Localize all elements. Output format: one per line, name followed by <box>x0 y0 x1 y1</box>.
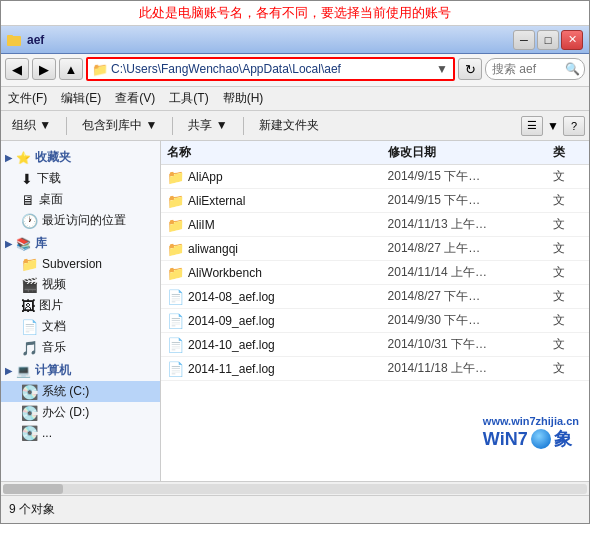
hscroll-thumb[interactable] <box>3 484 63 494</box>
file-row-log-08[interactable]: 📄 2014-08_aef.log 2014/8/27 下午… 文 <box>161 285 589 309</box>
nav-item-pictures[interactable]: 🖼 图片 <box>1 295 160 316</box>
view-toggle-button[interactable]: ☰ <box>521 116 543 136</box>
nav-item-subversion[interactable]: 📁 Subversion <box>1 254 160 274</box>
toolbar-right: ☰ ▼ ? <box>521 116 585 136</box>
nav-row: ◀ ▶ ▲ 📁 C:\Users\FangWenchao\AppData\Loc… <box>5 57 585 81</box>
computer-label: 计算机 <box>35 362 71 379</box>
menu-help[interactable]: 帮助(H) <box>220 89 267 108</box>
file-row-log-11[interactable]: 📄 2014-11_aef.log 2014/11/18 上午… 文 <box>161 357 589 381</box>
file-type-log-08: 文 <box>553 288 583 305</box>
search-icon[interactable]: 🔍 <box>565 62 580 76</box>
file-row-aliexternal[interactable]: 📁 AliExternal 2014/9/15 下午… 文 <box>161 189 589 213</box>
address-dropdown-icon[interactable]: ▼ <box>435 62 449 76</box>
file-row-aliworkbench[interactable]: 📁 AliWorkbench 2014/11/14 上午… 文 <box>161 261 589 285</box>
d-drive-icon: 💽 <box>21 405 38 421</box>
nav-item-desktop[interactable]: 🖥 桌面 <box>1 189 160 210</box>
share-button[interactable]: 共享 ▼ <box>181 114 234 137</box>
nav-item-d-drive[interactable]: 💽 办公 (D:) <box>1 402 160 423</box>
search-container: 🔍 <box>485 58 585 80</box>
organize-button[interactable]: 组织 ▼ <box>5 114 58 137</box>
nav-item-documents[interactable]: 📄 文档 <box>1 316 160 337</box>
file-name-log-09: 📄 2014-09_aef.log <box>167 313 388 329</box>
file-name-log-11: 📄 2014-11_aef.log <box>167 361 388 377</box>
col-header-date[interactable]: 修改日期 <box>388 144 553 161</box>
file-row-log-09[interactable]: 📄 2014-09_aef.log 2014/9/30 下午… 文 <box>161 309 589 333</box>
status-bar: 9 个对象 <box>1 495 589 523</box>
folder-icon-aliim: 📁 <box>167 217 184 233</box>
file-name-aliapp: 📁 AliApp <box>167 169 388 185</box>
close-button[interactable]: ✕ <box>561 30 583 50</box>
horizontal-scrollbar[interactable] <box>1 481 589 495</box>
address-bar[interactable]: 📁 C:\Users\FangWenchao\AppData\Local\aef… <box>86 57 455 81</box>
search-input[interactable] <box>492 62 562 76</box>
videos-label: 视频 <box>42 276 66 293</box>
nav-item-recent[interactable]: 🕐 最近访问的位置 <box>1 210 160 231</box>
folder-icon-aliapp: 📁 <box>167 169 184 185</box>
download-label: 下载 <box>37 170 61 187</box>
folder-icon-aliworkbench: 📁 <box>167 265 184 281</box>
favorites-section[interactable]: ▶ ⭐ 收藏夹 <box>1 145 160 168</box>
maximize-button[interactable]: □ <box>537 30 559 50</box>
menu-view[interactable]: 查看(V) <box>112 89 158 108</box>
recent-label: 最近访问的位置 <box>42 212 126 229</box>
up-button[interactable]: ▲ <box>59 58 83 80</box>
main-area: ▶ ⭐ 收藏夹 ⬇ 下载 🖥 桌面 🕐 最近访问的位置 ▶ 📚 库 <box>1 141 589 481</box>
annotation-banner: 此处是电脑账号名，各有不同，要选择当前使用的账号 <box>1 1 589 26</box>
file-type-log-10: 文 <box>553 336 583 353</box>
back-button[interactable]: ◀ <box>5 58 29 80</box>
window-title: aef <box>27 33 44 47</box>
library-section[interactable]: ▶ 📚 库 <box>1 231 160 254</box>
pictures-icon: 🖼 <box>21 298 35 314</box>
file-type-log-09: 文 <box>553 312 583 329</box>
nav-item-download[interactable]: ⬇ 下载 <box>1 168 160 189</box>
recent-icon: 🕐 <box>21 213 38 229</box>
right-panel: 名称 修改日期 类 📁 AliApp 2014/9/15 下午… 文 📁 Ali… <box>161 141 589 481</box>
file-type-aliapp: 文 <box>553 168 583 185</box>
nav-item-more[interactable]: 💽 ... <box>1 423 160 443</box>
toolbar-sep-2 <box>172 117 173 135</box>
help-button[interactable]: ? <box>563 116 585 136</box>
download-icon: ⬇ <box>21 171 33 187</box>
more-icon: 💽 <box>21 425 38 441</box>
minimize-button[interactable]: ─ <box>513 30 535 50</box>
nav-item-c-drive[interactable]: 💽 系统 (C:) <box>1 381 160 402</box>
more-label: ... <box>42 426 52 440</box>
col-header-type[interactable]: 类 <box>553 144 583 161</box>
menu-tools[interactable]: 工具(T) <box>166 89 211 108</box>
nav-item-music[interactable]: 🎵 音乐 <box>1 337 160 358</box>
file-type-aliwangqi: 文 <box>553 240 583 257</box>
file-row-aliwangqi[interactable]: 📁 aliwangqi 2014/8/27 上午… 文 <box>161 237 589 261</box>
col-header-name[interactable]: 名称 <box>167 144 388 161</box>
folder-title-icon <box>7 32 23 48</box>
add-to-library-button[interactable]: 包含到库中 ▼ <box>75 114 164 137</box>
file-date-log-08: 2014/8/27 下午… <box>388 288 553 305</box>
toolbar-chevron-icon: ▼ <box>547 119 559 133</box>
menu-file[interactable]: 文件(F) <box>5 89 50 108</box>
menu-edit[interactable]: 编辑(E) <box>58 89 104 108</box>
desktop-label: 桌面 <box>39 191 63 208</box>
address-folder-icon: 📁 <box>92 62 108 77</box>
file-date-aliexternal: 2014/9/15 下午… <box>388 192 553 209</box>
toolbar-row: 组织 ▼ 包含到库中 ▼ 共享 ▼ 新建文件夹 ☰ ▼ ? <box>1 111 589 141</box>
computer-section[interactable]: ▶ 💻 计算机 <box>1 358 160 381</box>
file-row-aliapp[interactable]: 📁 AliApp 2014/9/15 下午… 文 <box>161 165 589 189</box>
favorites-icon: ⭐ <box>16 151 31 165</box>
music-label: 音乐 <box>42 339 66 356</box>
file-row-log-10[interactable]: 📄 2014-10_aef.log 2014/10/31 下午… 文 <box>161 333 589 357</box>
annotation-text: 此处是电脑账号名，各有不同，要选择当前使用的账号 <box>139 5 451 20</box>
nav-item-videos[interactable]: 🎬 视频 <box>1 274 160 295</box>
file-row-aliim[interactable]: 📁 AliIM 2014/11/13 上午… 文 <box>161 213 589 237</box>
address-text: C:\Users\FangWenchao\AppData\Local\aef <box>111 62 432 76</box>
subversion-icon: 📁 <box>21 256 38 272</box>
toolbar-sep-1 <box>66 117 67 135</box>
file-date-log-10: 2014/10/31 下午… <box>388 336 553 353</box>
status-count: 9 个对象 <box>9 501 581 518</box>
forward-button[interactable]: ▶ <box>32 58 56 80</box>
computer-arrow-icon: ▶ <box>5 366 12 376</box>
toolbar-sep-3 <box>243 117 244 135</box>
file-date-log-09: 2014/9/30 下午… <box>388 312 553 329</box>
new-folder-button[interactable]: 新建文件夹 <box>252 114 326 137</box>
menu-bar: 文件(F) 编辑(E) 查看(V) 工具(T) 帮助(H) <box>1 87 589 111</box>
file-list-header: 名称 修改日期 类 <box>161 141 589 165</box>
refresh-button[interactable]: ↻ <box>458 58 482 80</box>
